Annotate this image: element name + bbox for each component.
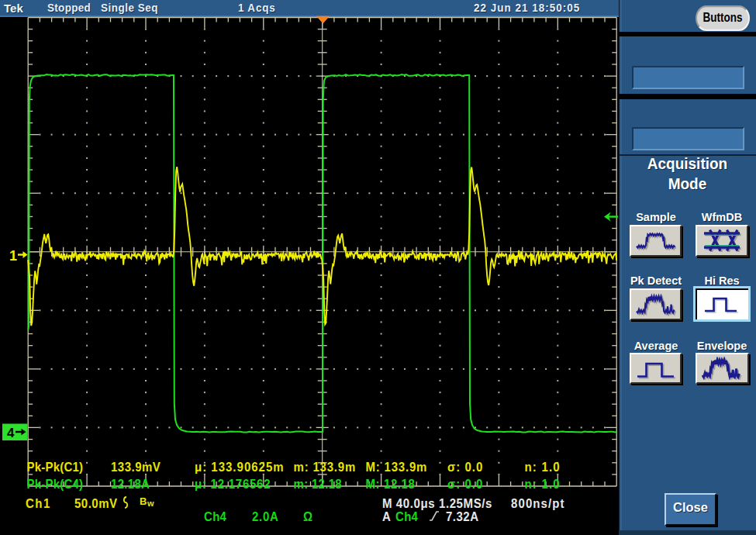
svg-text:4: 4: [7, 426, 15, 440]
svg-text:1: 1: [9, 248, 17, 264]
